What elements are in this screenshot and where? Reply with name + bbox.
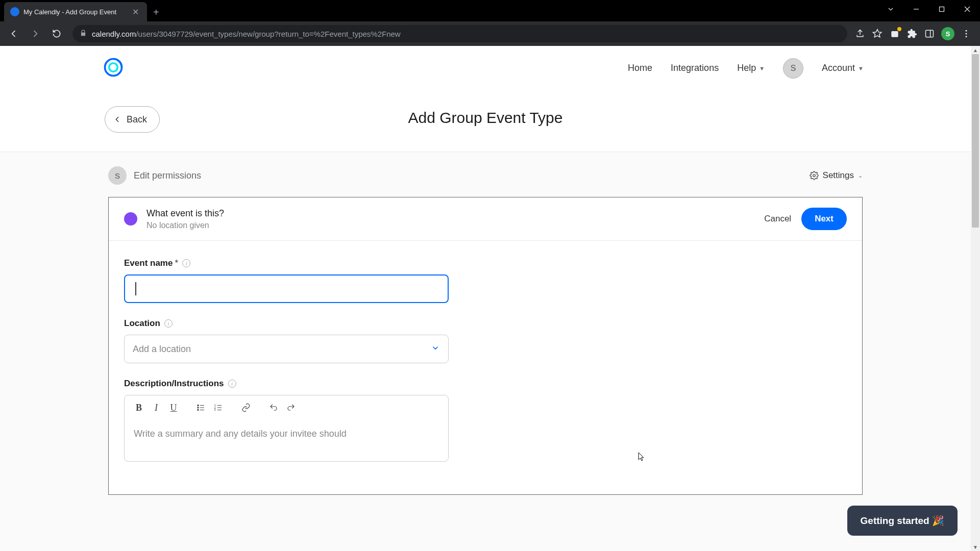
content-area: S Edit permissions Settings ⌄ What event… (0, 152, 971, 551)
location-placeholder: Add a location (133, 344, 191, 355)
location-label: Location (124, 318, 160, 329)
viewport: ▲ ▼ Home Integrations Help ▼ S Account ▼… (0, 46, 980, 551)
event-color-swatch[interactable] (124, 212, 137, 226)
url-path: /users/30497729/event_types/new/group?re… (136, 30, 400, 38)
address-bar: calendly.com/users/30497729/event_types/… (0, 21, 980, 46)
edit-permissions-link[interactable]: Edit permissions (134, 170, 201, 181)
svg-point-13 (198, 409, 199, 410)
rte-undo-button[interactable] (265, 399, 282, 416)
window-minimize-icon[interactable] (903, 0, 929, 18)
cancel-button[interactable]: Cancel (764, 214, 791, 224)
rte-redo-button[interactable] (283, 399, 299, 416)
gear-icon (810, 171, 819, 180)
nav-account[interactable]: Account ▼ (822, 63, 864, 73)
url-field[interactable]: calendly.com/users/30497729/event_types/… (72, 25, 847, 42)
description-field: Description/Instructions i B I U 123 (124, 379, 449, 462)
rte-numbered-list-button[interactable]: 123 (210, 399, 227, 416)
info-icon[interactable]: i (164, 319, 173, 328)
tab-bar: My Calendly - Add Group Event ✕ + (0, 0, 980, 21)
browser-chrome: My Calendly - Add Group Event ✕ + calend… (0, 0, 980, 46)
svg-text:3: 3 (214, 408, 216, 411)
info-icon[interactable]: i (182, 259, 190, 267)
lock-icon (80, 30, 87, 38)
chevron-down-icon: ⌄ (858, 172, 863, 179)
settings-button[interactable]: Settings ⌄ (810, 170, 863, 181)
rte-bold-button[interactable]: B (131, 399, 147, 416)
top-navigation: Home Integrations Help ▼ S Account ▼ (0, 46, 971, 91)
rte-toolbar: B I U 123 (125, 395, 448, 420)
nav-help-label: Help (737, 63, 756, 73)
nav-avatar[interactable]: S (783, 58, 803, 79)
next-button[interactable]: Next (801, 208, 847, 230)
tab-close-icon[interactable]: ✕ (130, 6, 141, 18)
share-icon[interactable] (854, 28, 866, 39)
permissions-row: S Edit permissions Settings ⌄ (108, 166, 863, 185)
kebab-menu-icon[interactable] (961, 28, 972, 39)
window-close-icon[interactable] (954, 0, 980, 18)
event-name-label: Event name (124, 258, 173, 268)
svg-point-5 (966, 30, 967, 32)
window-maximize-icon[interactable] (929, 0, 954, 18)
nav-back-icon[interactable] (5, 25, 22, 42)
window-dropdown-icon[interactable] (878, 0, 903, 18)
rte-italic-button[interactable]: I (148, 399, 164, 416)
required-star: * (175, 258, 178, 268)
scrollbar-thumb[interactable] (972, 54, 979, 228)
svg-point-7 (966, 36, 967, 37)
sidepanel-icon[interactable] (924, 28, 935, 39)
tab-title: My Calendly - Add Group Event (23, 8, 130, 16)
location-select[interactable]: Add a location (124, 335, 449, 363)
back-button-label: Back (127, 114, 147, 125)
nav-forward-icon (27, 25, 44, 42)
back-button[interactable]: Back (105, 106, 160, 133)
nav-home[interactable]: Home (628, 63, 652, 73)
nav-integrations[interactable]: Integrations (671, 63, 719, 73)
rte-underline-button[interactable]: U (165, 399, 182, 416)
chevron-down-icon (431, 343, 440, 355)
browser-tab[interactable]: My Calendly - Add Group Event ✕ (4, 2, 147, 21)
svg-rect-2 (891, 31, 898, 37)
getting-started-label: Getting started 🎉 (861, 515, 944, 527)
svg-point-10 (813, 174, 815, 177)
nav-account-label: Account (822, 63, 855, 73)
event-card: What event is this? No location given Ca… (108, 197, 863, 495)
event-name-field: Event name * i (124, 258, 449, 303)
calendly-logo-icon[interactable] (102, 56, 125, 81)
svg-rect-1 (940, 7, 944, 12)
rte-link-button[interactable] (238, 399, 254, 416)
svg-point-12 (198, 407, 199, 408)
location-field: Location i Add a location (124, 318, 449, 363)
nav-reload-icon[interactable] (48, 25, 65, 42)
scrollbar-up-icon[interactable]: ▲ (971, 46, 980, 54)
rich-text-editor: B I U 123 (124, 395, 449, 462)
description-textarea[interactable]: Write a summary and any details your inv… (125, 420, 448, 461)
svg-point-11 (198, 405, 199, 406)
url-domain: calendly.com (92, 30, 136, 38)
calendly-favicon-icon (10, 7, 19, 16)
svg-rect-3 (926, 30, 934, 37)
page-heading-row: Back Add Group Event Type (0, 91, 971, 152)
event-name-input[interactable] (124, 274, 449, 303)
rte-bullet-list-button[interactable] (193, 399, 209, 416)
extensions-puzzle-icon[interactable] (906, 28, 918, 39)
extension-notification-icon[interactable] (889, 28, 900, 39)
new-tab-button[interactable]: + (147, 4, 165, 21)
svg-point-6 (966, 33, 967, 35)
card-body: Event name * i Location i (109, 241, 862, 494)
card-subtitle: No location given (146, 221, 764, 230)
chevron-down-icon: ▼ (858, 65, 864, 71)
window-controls (878, 0, 980, 18)
scrollbar[interactable]: ▲ ▼ (971, 46, 980, 551)
getting-started-button[interactable]: Getting started 🎉 (847, 506, 958, 536)
bookmark-star-icon[interactable] (872, 28, 883, 39)
mouse-cursor-icon (638, 452, 645, 462)
profile-avatar[interactable]: S (941, 27, 954, 40)
info-icon[interactable]: i (228, 380, 236, 388)
chevron-down-icon: ▼ (759, 65, 765, 71)
card-title: What event is this? (146, 208, 764, 219)
nav-help[interactable]: Help ▼ (737, 63, 765, 73)
settings-label: Settings (823, 170, 854, 181)
description-label: Description/Instructions (124, 379, 224, 389)
svg-point-9 (109, 63, 118, 71)
scrollbar-down-icon[interactable]: ▼ (971, 543, 980, 551)
